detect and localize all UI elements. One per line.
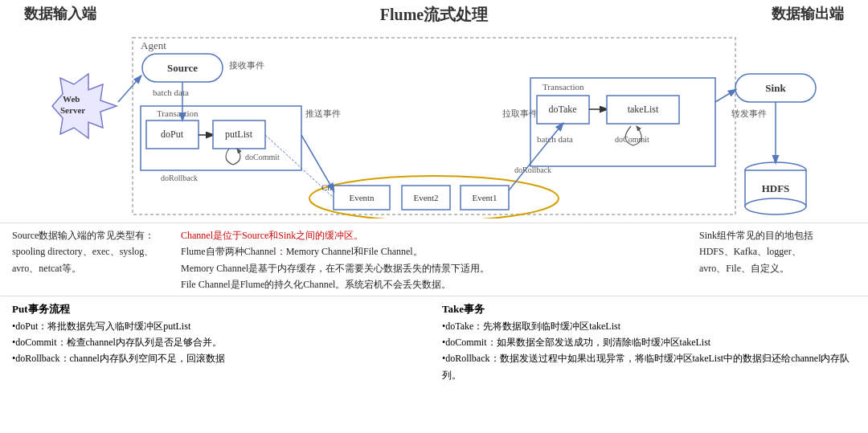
title-bar: 数据输入端 Flume流式处理 数据输出端 [0, 0, 868, 30]
svg-line-49 [715, 90, 735, 102]
middle-line2: Flume自带两种Channel：Memory Channel和File Cha… [181, 243, 687, 259]
bottom-middle: Channel是位于Source和Sink之间的缓冲区。 Flume自带两种Ch… [181, 227, 687, 293]
svg-text:Web: Web [63, 94, 80, 104]
svg-text:Source: Source [167, 62, 198, 74]
bottom-right-item1: HDFS、Kafka、logger、 [699, 243, 856, 259]
middle-line3: Memory Channel是基于内存缓存，在不需要关心数据丢失的情景下适用。 [181, 260, 687, 276]
svg-text:batch data: batch data [153, 88, 189, 97]
svg-text:Transaction: Transaction [542, 82, 584, 92]
svg-text:Event1: Event1 [472, 193, 497, 202]
svg-text:doCommit: doCommit [245, 153, 280, 161]
svg-text:batch data: batch data [537, 134, 573, 144]
svg-point-43 [745, 198, 806, 214]
svg-line-47 [301, 135, 334, 190]
svg-text:doPut: doPut [161, 129, 184, 140]
svg-text:Server: Server [60, 105, 85, 115]
svg-text:putList: putList [225, 129, 253, 140]
middle-line1: Channel是位于Source和Sink之间的缓冲区。 [181, 227, 687, 243]
title-right: 数据输出端 [772, 4, 844, 26]
process-section: Put事务流程 •doPut：将批数据先写入临时缓冲区putList •doCo… [0, 296, 868, 386]
bottom-right-title: Sink组件常见的目的地包括 [699, 227, 856, 243]
bottom-left-item2: avro、netcat等。 [12, 260, 169, 276]
svg-text:HDFS: HDFS [762, 182, 790, 194]
diagram-area: Agent Web Server Source batch data 接收事件 … [0, 30, 868, 223]
middle-line4: File Channel是Flume的持久化Channel。系统宕机不会丢失数据… [181, 276, 687, 292]
svg-text:doCommit: doCommit [615, 135, 649, 144]
svg-text:转发事件: 转发事件 [731, 108, 767, 118]
svg-text:Transaction: Transaction [157, 108, 199, 118]
put-item1: •doPut：将批数据先写入临时缓冲区putList [12, 318, 426, 334]
svg-text:Eventn: Eventn [349, 193, 375, 202]
svg-text:Sink: Sink [765, 82, 786, 94]
bottom-right: Sink组件常见的目的地包括 HDFS、Kafka、logger、 avro、F… [699, 227, 856, 293]
take-item1: •doTake：先将数据取到临时缓冲区takeList [442, 318, 856, 334]
put-item2: •doCommit：检查channel内存队列是否足够合并。 [12, 334, 426, 350]
page-container: 数据输入端 Flume流式处理 数据输出端 Agent Web Server S… [0, 0, 868, 433]
svg-text:拉取事件: 拉取事件 [502, 108, 538, 118]
svg-text:Event2: Event2 [413, 193, 438, 202]
svg-text:doRollback: doRollback [161, 174, 198, 182]
take-item3: •doRollback：数据发送过程中如果出现异常，将临时缓冲区takeList… [442, 350, 856, 383]
svg-text:doTake: doTake [548, 104, 576, 115]
process-right: Take事务 •doTake：先将数据取到临时缓冲区takeList •doCo… [442, 300, 856, 384]
title-left: 数据输入端 [24, 4, 96, 26]
svg-text:推送事件: 推送事件 [305, 108, 341, 118]
put-title: Put事务流程 [12, 300, 426, 318]
svg-line-45 [118, 76, 141, 102]
svg-text:接收事件: 接收事件 [229, 60, 264, 70]
take-item2: •doCommit：如果数据全部发送成功，则清除临时缓冲区takeList [442, 334, 856, 350]
take-title: Take事务 [442, 300, 856, 318]
svg-text:takeList: takeList [628, 104, 659, 115]
svg-line-48 [509, 124, 563, 190]
process-left: Put事务流程 •doPut：将批数据先写入临时缓冲区putList •doCo… [12, 300, 426, 384]
middle-line1-colored: Channel是位于Source和Sink之间的缓冲区。 [181, 230, 363, 241]
title-center: Flume流式处理 [380, 4, 488, 26]
bottom-section: Source数据输入端的常见类型有： spooling directory、ex… [0, 223, 868, 296]
bottom-right-item2: avro、File、自定义。 [699, 260, 856, 276]
bottom-left-item1: spooling directory、exec、syslog、 [12, 243, 169, 259]
svg-text:Agent: Agent [141, 39, 166, 51]
bottom-left-title: Source数据输入端的常见类型有： [12, 227, 169, 243]
bottom-left: Source数据输入端的常见类型有： spooling directory、ex… [12, 227, 169, 293]
put-item3: •doRollback：channel内存队列空间不足，回滚数据 [12, 350, 426, 366]
